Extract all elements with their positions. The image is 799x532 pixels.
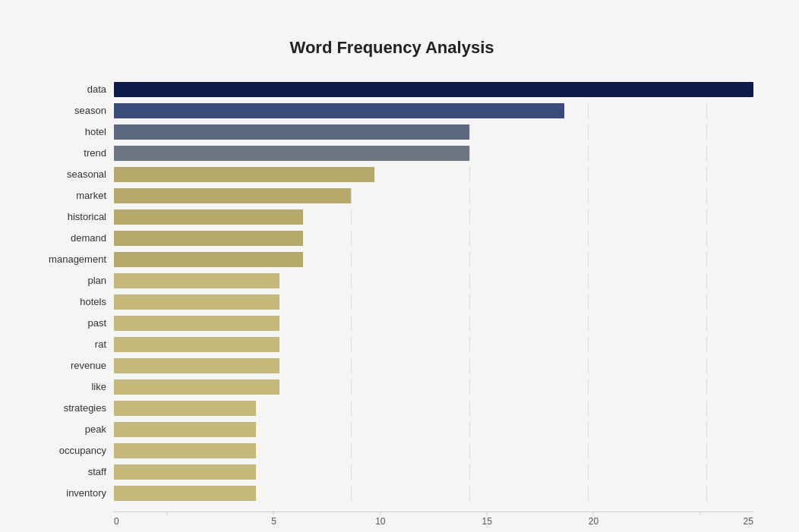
bar-label: revenue — [30, 360, 114, 371]
bar-track — [114, 464, 753, 480]
bar-row: past — [30, 313, 753, 333]
x-tick: 5 — [220, 516, 327, 527]
bar-row: plan — [30, 270, 753, 291]
bar-row: demand — [30, 228, 753, 248]
bar-track — [114, 231, 753, 246]
bar-fill — [114, 209, 303, 225]
bar-track — [114, 146, 753, 161]
bar-row: inventory — [30, 483, 753, 503]
bar-row: season — [30, 100, 753, 121]
bar-track — [114, 209, 753, 225]
bar-row: historical — [30, 206, 753, 227]
chart-container: Word Frequency Analysis dataseasonhotelt… — [15, 15, 784, 532]
bar-label: demand — [30, 232, 114, 244]
bar-track — [114, 379, 753, 395]
bar-fill — [114, 358, 279, 373]
bar-fill — [114, 188, 351, 203]
bar-fill — [114, 273, 279, 288]
bar-track — [114, 337, 753, 352]
bar-fill — [114, 401, 256, 416]
bar-label: like — [30, 381, 114, 392]
bar-row: data — [30, 79, 753, 99]
bar-row: revenue — [30, 355, 753, 376]
bar-track — [114, 82, 753, 97]
bar-fill — [114, 231, 303, 246]
bar-fill — [114, 146, 469, 161]
bar-label: plan — [30, 275, 114, 286]
bar-fill — [114, 337, 279, 352]
bar-label: strategies — [30, 402, 114, 414]
x-tick: 10 — [327, 516, 434, 527]
bar-row: like — [30, 376, 753, 397]
bar-label: occupancy — [30, 445, 114, 456]
bar-track — [114, 273, 753, 288]
bar-track — [114, 124, 753, 140]
bar-track — [114, 167, 753, 182]
bar-row: peak — [30, 419, 753, 439]
bar-fill — [114, 252, 303, 267]
bar-label: historical — [30, 211, 114, 222]
bar-label: inventory — [30, 487, 114, 499]
bar-fill — [114, 124, 469, 140]
bar-track — [114, 401, 753, 416]
bar-label: seasonal — [30, 168, 114, 180]
bar-track — [114, 422, 753, 437]
x-tick: 25 — [647, 516, 753, 527]
bar-fill — [114, 422, 256, 437]
bar-track — [114, 103, 753, 118]
x-tick: 15 — [434, 516, 540, 527]
bar-row: seasonal — [30, 164, 753, 184]
bar-track — [114, 486, 753, 501]
bar-row: market — [30, 185, 753, 206]
x-axis-area: 0510152025 Frequency — [114, 512, 753, 532]
bar-fill — [114, 486, 256, 501]
bar-label: trend — [30, 147, 114, 159]
x-axis-ticks: 0510152025 — [114, 512, 753, 527]
bar-track — [114, 252, 753, 267]
bar-label: market — [30, 190, 114, 201]
bar-label: data — [30, 83, 114, 95]
x-tick: 20 — [540, 516, 646, 527]
bar-label: rat — [30, 338, 114, 350]
bar-fill — [114, 103, 564, 118]
chart-area: dataseasonhoteltrendseasonalmarkethistor… — [30, 79, 753, 504]
bar-track — [114, 358, 753, 373]
bar-fill — [114, 316, 279, 331]
bar-label: season — [30, 105, 114, 116]
bar-label: hotels — [30, 296, 114, 307]
bar-fill — [114, 464, 256, 480]
bar-track — [114, 316, 753, 331]
bar-row: trend — [30, 143, 753, 163]
bar-track — [114, 294, 753, 310]
bar-row: rat — [30, 334, 753, 354]
bar-row: management — [30, 249, 753, 269]
bar-fill — [114, 82, 753, 97]
bar-label: hotel — [30, 126, 114, 137]
bar-row: strategies — [30, 398, 753, 418]
bar-label: peak — [30, 423, 114, 435]
bar-row: hotel — [30, 121, 753, 142]
bar-label: staff — [30, 466, 114, 477]
bar-row: hotels — [30, 291, 753, 312]
bar-fill — [114, 294, 279, 310]
x-tick: 0 — [114, 516, 220, 527]
bar-track — [114, 188, 753, 203]
bar-label: past — [30, 317, 114, 329]
bar-fill — [114, 167, 374, 182]
bar-row: occupancy — [30, 440, 753, 461]
chart-title: Word Frequency Analysis — [30, 38, 753, 58]
bar-fill — [114, 443, 256, 458]
bar-fill — [114, 379, 279, 395]
bar-row: staff — [30, 461, 753, 482]
bar-track — [114, 443, 753, 458]
bar-label: management — [30, 253, 114, 265]
